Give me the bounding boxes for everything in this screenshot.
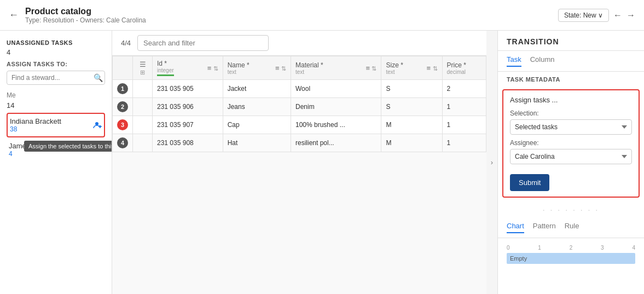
col-header-size: Size * text ≡ ⇅: [381, 56, 442, 80]
col-id-menu-icon[interactable]: ≡: [207, 64, 212, 72]
assignee-select[interactable]: Cale Carolina Indiana Brackett James Smi…: [510, 149, 632, 164]
cell-menu: [133, 134, 153, 152]
task-metadata-label: TASK METADATA: [498, 72, 644, 85]
col-id-type: integer: [157, 67, 174, 73]
assign-tasks-title: Assign tasks ...: [510, 96, 632, 104]
search-icon[interactable]: 🔍: [94, 73, 103, 82]
col-layout-icon[interactable]: ⊞: [140, 69, 145, 76]
cell-rownum: 2: [113, 98, 133, 116]
selection-select[interactable]: Selected tasks All tasks Filtered tasks: [510, 119, 632, 135]
page-title: Product catalog: [25, 7, 146, 16]
col-header-material: Material * text ≡ ⇅: [291, 56, 381, 80]
tab-pattern[interactable]: Pattern: [533, 222, 556, 233]
state-button[interactable]: State: New ∨: [558, 9, 609, 22]
back-button[interactable]: ←: [9, 9, 19, 21]
cell-rownum: 1: [113, 80, 133, 98]
assign-tasks-to-label: ASSIGN TASKS TO:: [7, 61, 105, 67]
unassigned-count: 4: [7, 48, 105, 56]
cell-size: S: [381, 98, 442, 116]
user-item-indiana[interactable]: Indiana Brackett 38 Assign the selected …: [7, 113, 105, 137]
assign-tooltip: Assign the selected tasks to this user: [24, 141, 112, 152]
unassigned-tasks-label: UNASSIGNED TASKS: [7, 39, 105, 46]
col-name-sort-icon[interactable]: ⇅: [281, 65, 286, 72]
cell-material: Denim: [291, 98, 381, 116]
cell-size: S: [381, 80, 442, 98]
cell-id: 231 035 906: [153, 98, 223, 116]
assignee-label: Assignee:: [510, 139, 632, 147]
selection-label: Selection:: [510, 109, 632, 117]
table-row: 2 231 035 906 Jeans Denim S 1: [113, 98, 486, 116]
search-steward-input[interactable]: [11, 74, 94, 82]
search-steward-field[interactable]: 🔍: [7, 71, 105, 85]
cell-name: Jeans: [223, 98, 291, 116]
search-filter-input[interactable]: [137, 35, 269, 51]
user-info: Indiana Brackett 38: [10, 117, 61, 133]
table-body: 1 231 035 905 Jacket Wool S 2 2 231 035 …: [113, 80, 486, 152]
assignee-field-group: Assignee: Cale Carolina Indiana Brackett…: [510, 139, 632, 164]
top-header: ← Product catalog Type: Resolution - Own…: [0, 0, 644, 31]
cell-size: M: [381, 134, 442, 152]
selection-field-group: Selection: Selected tasks All tasks Filt…: [510, 109, 632, 135]
chart-axis: 0 1 2 3 4: [507, 245, 635, 251]
nav-forward-button[interactable]: →: [626, 10, 635, 20]
col-size-label: Size *: [386, 61, 403, 69]
me-count: 14: [7, 101, 105, 109]
cell-id: 231 035 908: [153, 134, 223, 152]
chart-bar-row: Empty: [507, 253, 635, 264]
me-label: Me: [7, 91, 105, 99]
panel-toggle-chevron[interactable]: ›: [486, 31, 497, 294]
cell-price: 1: [442, 134, 486, 152]
title-group: Product catalog Type: Resolution - Owner…: [25, 7, 146, 24]
table-row: 3 231 035 907 Cap 100% brushed ... M 1: [113, 116, 486, 134]
main-layout: UNASSIGNED TASKS 4 ASSIGN TASKS TO: 🔍 Me…: [0, 31, 644, 294]
row-badge: 2: [117, 101, 128, 112]
cell-name: Cap: [223, 116, 291, 134]
sidebar: UNASSIGNED TASKS 4 ASSIGN TASKS TO: 🔍 Me…: [0, 31, 112, 294]
table-row: 1 231 035 905 Jacket Wool S 2: [113, 80, 486, 98]
cell-size: M: [381, 116, 442, 134]
cell-menu: [133, 80, 153, 98]
col-name-label: Name *: [228, 61, 250, 69]
cell-name: Jacket: [223, 80, 291, 98]
divider: · · · · · · · ·: [498, 202, 644, 217]
tab-chart[interactable]: Chart: [507, 222, 524, 233]
chart-bar-empty: Empty: [507, 253, 635, 264]
col-material-menu-icon[interactable]: ≡: [366, 64, 370, 72]
assign-user-icon: [93, 121, 102, 130]
col-size-menu-icon[interactable]: ≡: [427, 64, 431, 72]
content-area: 4/4 ☰ ⊞ Id: [112, 31, 486, 294]
col-id-sort-icon[interactable]: ⇅: [213, 65, 218, 72]
row-badge: 1: [117, 83, 128, 94]
col-size-sort-icon[interactable]: ⇅: [433, 65, 438, 72]
header-right: State: New ∨ ← →: [558, 9, 635, 22]
header-left: ← Product catalog Type: Resolution - Own…: [9, 7, 146, 24]
transition-title: TRANSITION: [507, 37, 635, 46]
cell-menu: [133, 98, 153, 116]
user-count-indiana: 38: [10, 125, 61, 133]
assign-tasks-box: Assign tasks ... Selection: Selected tas…: [502, 89, 640, 198]
panel-tabs: Task Column: [498, 51, 644, 72]
data-table: ☰ ⊞ Id * integer: [112, 56, 486, 152]
cell-price: 2: [442, 80, 486, 98]
tab-column[interactable]: Column: [530, 55, 555, 67]
col-id-label: Id *: [157, 60, 174, 67]
submit-button[interactable]: Submit: [510, 174, 549, 191]
cell-name: Hat: [223, 134, 291, 152]
assign-to-indiana-button[interactable]: [93, 121, 102, 130]
col-size-type: text: [386, 69, 403, 75]
cell-id: 231 035 905: [153, 80, 223, 98]
col-material-type: text: [295, 69, 323, 75]
col-material-sort-icon[interactable]: ⇅: [372, 65, 376, 72]
tab-task[interactable]: Task: [507, 55, 521, 67]
col-name-menu-icon[interactable]: ≡: [275, 64, 280, 72]
table-area: ☰ ⊞ Id * integer: [112, 56, 486, 294]
col-material-label: Material *: [295, 61, 323, 69]
right-panel: TRANSITION Task Column TASK METADATA Ass…: [497, 31, 644, 294]
row-badge: 3: [117, 119, 128, 130]
nav-back-button[interactable]: ←: [613, 10, 622, 20]
table-menu-icon[interactable]: ☰: [140, 60, 146, 68]
col-price-type: decimal: [447, 69, 466, 75]
col-header-id: Id * integer ≡ ⇅: [153, 56, 223, 80]
tab-rule[interactable]: Rule: [565, 222, 579, 233]
row-badge: 4: [117, 137, 128, 148]
